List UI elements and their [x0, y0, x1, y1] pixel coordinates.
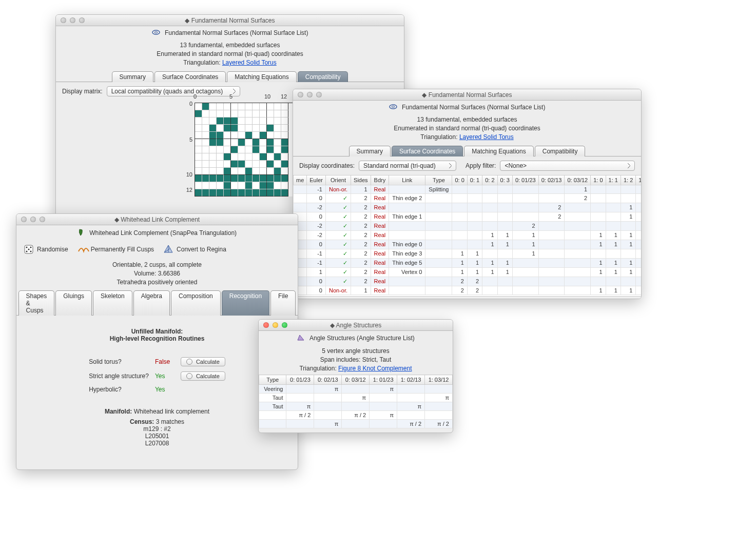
- triangulation-link[interactable]: Layered Solid Torus: [459, 133, 514, 141]
- column-header[interactable]: Euler: [307, 175, 326, 185]
- tab-skeleton[interactable]: Skeleton: [93, 290, 132, 316]
- matrix-cell: [274, 139, 281, 146]
- column-header[interactable]: 1: 0: [591, 175, 606, 185]
- tab-gluings[interactable]: Gluings: [55, 290, 92, 316]
- column-header[interactable]: 0: 02/13: [314, 375, 342, 385]
- tab-shapes-cusps[interactable]: Shapes & Cusps: [18, 290, 55, 316]
- convert-regina-button[interactable]: Convert to Regina: [163, 244, 226, 254]
- tab-compatibility[interactable]: Compatibility: [535, 146, 586, 156]
- table-row[interactable]: 02RealThin edge 22: [294, 193, 642, 203]
- column-header[interactable]: 0: 2: [482, 175, 497, 185]
- column-header[interactable]: 1: 3: [636, 175, 641, 185]
- table-row[interactable]: π / 2π / 2π: [259, 411, 453, 420]
- table-row[interactable]: 12RealVertex 011111111: [294, 267, 642, 277]
- column-header[interactable]: 0: 0: [452, 175, 467, 185]
- zoom-icon[interactable]: [40, 217, 45, 222]
- table-row[interactable]: ππ / 2π / 2: [259, 420, 453, 428]
- triangulation-link[interactable]: Layered Solid Torus: [222, 59, 277, 66]
- zoom-icon[interactable]: [79, 17, 85, 23]
- close-icon[interactable]: [21, 217, 27, 222]
- table-row[interactable]: -12RealThin edge 3111: [294, 249, 642, 258]
- column-header[interactable]: 0: 3: [497, 175, 512, 185]
- matrix-cell: [209, 103, 217, 110]
- table-row[interactable]: -22Real211: [294, 203, 642, 212]
- column-header[interactable]: 1: 1: [606, 175, 621, 185]
- tab-file[interactable]: File: [270, 290, 296, 316]
- column-header[interactable]: 0: 01/23: [512, 175, 538, 185]
- display-coords-select[interactable]: Standard normal (tri-quad): [359, 161, 456, 171]
- table-row[interactable]: Veeringππ: [259, 385, 453, 394]
- table-row[interactable]: -22Real2: [294, 221, 642, 230]
- column-header[interactable]: 0: 03/12: [342, 375, 370, 385]
- titlebar[interactable]: ◆ Whitehead Link Complement: [16, 214, 298, 225]
- table-row[interactable]: -22Real1111111: [294, 230, 642, 240]
- table-row[interactable]: -12RealThin edge 511111111: [294, 258, 642, 267]
- matrix-cell: [245, 168, 253, 175]
- column-header[interactable]: Orient: [325, 175, 351, 185]
- column-header[interactable]: Type: [259, 375, 286, 385]
- zoom-icon[interactable]: [316, 92, 322, 97]
- table-row[interactable]: 02Real22: [294, 277, 642, 286]
- column-header[interactable]: 0: 01/23: [286, 375, 314, 385]
- matrix-cell: [224, 125, 231, 132]
- tab-matching-equations[interactable]: Matching Equations: [227, 71, 296, 82]
- table-row[interactable]: 02RealThin edge 01111111: [294, 240, 642, 249]
- column-header[interactable]: Bdry: [371, 175, 389, 185]
- column-header[interactable]: 0: 1: [467, 175, 482, 185]
- titlebar[interactable]: ◆ Fundamental Normal Surfaces: [56, 15, 404, 26]
- column-header[interactable]: Sides: [351, 175, 371, 185]
- titlebar[interactable]: ◆ Angle Structures: [259, 320, 453, 331]
- tab-summary[interactable]: Summary: [349, 146, 391, 156]
- tab-surface-coordinates[interactable]: Surface Coordinates: [392, 146, 463, 156]
- tab-algebra[interactable]: Algebra: [133, 290, 170, 316]
- matrix-cell: [231, 161, 238, 168]
- column-header[interactable]: Link: [389, 175, 425, 185]
- close-icon[interactable]: [263, 322, 269, 328]
- matrix-cell: [245, 182, 253, 189]
- column-header[interactable]: Type: [425, 175, 452, 185]
- horizontal-scrollbar[interactable]: [293, 296, 641, 299]
- column-header[interactable]: 1: 2: [621, 175, 635, 185]
- minimize-icon[interactable]: [307, 92, 313, 97]
- surface-table[interactable]: meEulerOrientSidesBdryLinkType0: 00: 10:…: [293, 175, 641, 295]
- matrix-cell: [224, 103, 231, 110]
- calculate-button[interactable]: Calculate: [181, 357, 225, 366]
- randomise-button[interactable]: Randomise: [24, 244, 68, 254]
- column-header[interactable]: 0: 03/12: [565, 175, 591, 185]
- tab-surface-coordinates[interactable]: Surface Coordinates: [154, 71, 226, 82]
- tab-summary[interactable]: Summary: [112, 71, 153, 82]
- minimize-icon[interactable]: [70, 17, 75, 23]
- tab-compatibility[interactable]: Compatibility: [298, 71, 348, 82]
- tab-composition[interactable]: Composition: [171, 290, 221, 316]
- column-header[interactable]: 0: 02/13: [538, 175, 565, 185]
- column-header[interactable]: me: [294, 175, 307, 185]
- display-matrix-select[interactable]: Local compatibility (quads and octagons): [107, 86, 240, 96]
- close-icon[interactable]: [298, 92, 303, 97]
- table-row[interactable]: Tautππ: [259, 394, 453, 402]
- minimize-icon[interactable]: [273, 322, 278, 328]
- close-icon[interactable]: [61, 17, 66, 23]
- fill-cusps-button[interactable]: Permanently Fill Cusps: [77, 244, 154, 254]
- column-header[interactable]: 1: 01/23: [370, 375, 397, 385]
- table-row[interactable]: Tautππ: [259, 402, 453, 411]
- filter-select[interactable]: <None>: [500, 161, 635, 171]
- census-item: L207008: [37, 440, 277, 447]
- table-row[interactable]: 02RealThin edge 1211: [294, 212, 642, 221]
- tab-matching-equations[interactable]: Matching Equations: [464, 146, 533, 156]
- titlebar[interactable]: ◆ Fundamental Normal Surfaces: [293, 89, 641, 101]
- manifold-info-2: Volume: 3.66386: [22, 269, 293, 278]
- matrix-cell: [260, 168, 267, 175]
- matrix-cell: [267, 182, 274, 189]
- tab-recognition[interactable]: Recognition: [222, 290, 269, 316]
- zoom-icon[interactable]: [282, 322, 287, 328]
- triangulation-link[interactable]: Figure 8 Knot Complement: [338, 365, 412, 372]
- calculate-button[interactable]: Calculate: [181, 371, 225, 381]
- table-row[interactable]: 0Non-or.1Real22111: [294, 286, 642, 295]
- column-header[interactable]: 1: 02/13: [397, 375, 425, 385]
- tetrahedron-icon: [163, 244, 173, 254]
- minimize-icon[interactable]: [30, 217, 36, 222]
- matrix-cell: [245, 103, 253, 110]
- angle-table[interactable]: Type0: 01/230: 02/130: 03/121: 01/231: 0…: [259, 375, 453, 428]
- table-row[interactable]: -1Non-or.1RealSplitting1: [294, 185, 642, 193]
- column-header[interactable]: 1: 03/12: [425, 375, 453, 385]
